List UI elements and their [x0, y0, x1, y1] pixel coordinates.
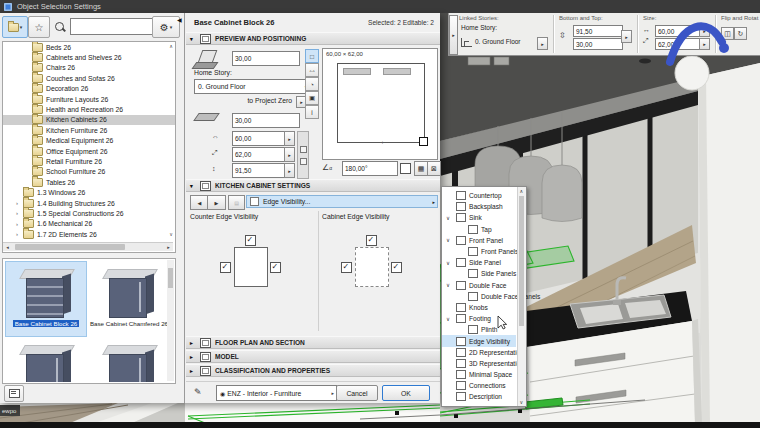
mirror-x-button[interactable]: ▦: [414, 161, 428, 176]
tree-item[interactable]: 1.7 2D Elements 26: [3, 229, 175, 239]
bottom-top-flyout-button[interactable]: ▸: [621, 30, 632, 43]
size-depth-flyout-button[interactable]: ▸: [699, 38, 710, 50]
layer-select[interactable]: ◉ ENZ - Interior - Furniture ▸: [216, 385, 337, 401]
counter-top-edge-checkbox[interactable]: [245, 235, 256, 246]
cabinet-left-edge-checkbox[interactable]: [341, 262, 352, 273]
counter-left-edge-checkbox[interactable]: [220, 262, 231, 273]
rotate-button[interactable]: ↻: [734, 27, 747, 40]
mirror-checkbox[interactable]: [400, 163, 411, 174]
tree-item[interactable]: Cabinets and Shelves 26: [3, 52, 175, 62]
object-thumbnail[interactable]: Base Cabinet Block 26: [6, 262, 86, 336]
tree-item[interactable]: Chairs 26: [3, 63, 175, 73]
library-location-button[interactable]: [4, 385, 24, 402]
menu-item[interactable]: Countertop: [442, 190, 516, 201]
elevation-preview-icon[interactable]: ⌓: [305, 63, 319, 77]
page-list-button[interactable]: ▤: [228, 195, 245, 210]
scroll-down-icon[interactable]: ∨: [169, 231, 173, 237]
cancel-button[interactable]: Cancel: [336, 385, 378, 401]
search-button[interactable]: [50, 16, 68, 36]
hotspot-handle[interactable]: [419, 137, 428, 146]
height-input[interactable]: 91,50: [232, 163, 286, 178]
home-story-flyout-button[interactable]: ▸: [537, 37, 548, 50]
menu-item[interactable]: Backsplash: [442, 201, 516, 212]
tree-item[interactable]: Retail Furniture 26: [3, 156, 175, 166]
next-page-button[interactable]: ▶: [207, 195, 226, 210]
rotation-input[interactable]: 180,00°: [342, 161, 398, 176]
top-elevation-input[interactable]: 30,00: [232, 51, 300, 66]
tree-item[interactable]: Health and Recreation 26: [3, 104, 175, 114]
object-thumbnail[interactable]: [6, 338, 86, 382]
section-kitchen-cabinet-settings[interactable]: ▾ KITCHEN CABINET SETTINGS: [186, 179, 440, 192]
counter-right-edge-checkbox[interactable]: [270, 262, 281, 273]
tree-item[interactable]: Beds 26: [3, 42, 175, 52]
menu-item[interactable]: Minimal Space: [442, 369, 516, 380]
info-preview-icon[interactable]: i: [305, 105, 319, 119]
menu-item[interactable]: Tap: [442, 224, 528, 235]
bottom-elevation-field[interactable]: 30,00: [573, 38, 623, 50]
width-flyout-button[interactable]: ▸: [284, 131, 295, 146]
menu-item[interactable]: Side Panel: [442, 257, 516, 268]
height-flyout-button[interactable]: ▸: [284, 163, 295, 178]
menu-item[interactable]: Double Face: [442, 280, 516, 291]
tree-item[interactable]: Kitchen Cabinets 26: [3, 115, 175, 125]
3d-preview-icon[interactable]: ◔: [305, 77, 319, 91]
menu-item[interactable]: Description: [442, 391, 516, 402]
scrollbar-thumb[interactable]: [519, 196, 524, 326]
model-preview-icon[interactable]: ▣: [305, 91, 319, 105]
menu-item[interactable]: Side Panels: [442, 268, 528, 279]
thumbnail-scrollbar[interactable]: [167, 260, 174, 381]
scroll-right-icon[interactable]: ▸: [164, 243, 173, 251]
depth-input[interactable]: 62,00: [232, 147, 286, 162]
search-input[interactable]: [70, 18, 154, 35]
scroll-down-icon[interactable]: ∨: [520, 399, 524, 405]
tree-item[interactable]: Furniture Layouts 26: [3, 94, 175, 104]
anchor-reference-link[interactable]: to Project Zero: [194, 97, 292, 104]
expander-icon[interactable]: [446, 215, 453, 221]
folder-view-button[interactable]: ▾: [2, 16, 28, 38]
mirror-y-button[interactable]: ⊠: [427, 161, 441, 176]
scroll-up-icon[interactable]: ∧: [169, 43, 173, 49]
expander-icon[interactable]: [16, 200, 23, 206]
ok-button[interactable]: OK: [382, 385, 430, 401]
menu-item[interactable]: Double Face Panels: [442, 291, 528, 302]
scroll-left-icon[interactable]: ◂: [3, 243, 12, 251]
size-width-field[interactable]: 60,00: [655, 25, 701, 37]
expander-icon[interactable]: [16, 210, 23, 216]
preview-window[interactable]: 60,00 × 62,00 +: [322, 48, 438, 160]
menu-item[interactable]: 3D Representation: [442, 358, 516, 369]
size-width-flyout-button[interactable]: ▸: [699, 25, 710, 37]
size-depth-field[interactable]: 62,00: [655, 38, 701, 50]
info-box-expand-button[interactable]: ▸: [449, 15, 458, 55]
tree-item[interactable]: Office Equipment 26: [3, 146, 175, 156]
menu-item[interactable]: Knobs: [442, 302, 516, 313]
tree-item[interactable]: Decoration 26: [3, 84, 175, 94]
object-thumbnail[interactable]: [89, 338, 169, 382]
expander-icon[interactable]: [446, 282, 453, 288]
bottom-elevation-input[interactable]: 30,00: [232, 113, 300, 128]
collapse-panel-button[interactable]: ◀: [177, 16, 182, 23]
top-elevation-field[interactable]: 91,50: [573, 25, 623, 37]
proportion-link-control[interactable]: [297, 131, 309, 179]
menu-item[interactable]: Connections: [442, 380, 516, 391]
menu-scrollbar[interactable]: ∧ ∨: [517, 187, 526, 406]
horizontal-scrollbar[interactable]: ◂ ▸: [3, 242, 173, 251]
tree-item[interactable]: Couches and Sofas 26: [3, 73, 175, 83]
tree-item[interactable]: Medical Equipment 26: [3, 136, 175, 146]
menu-item[interactable]: Front Panels: [442, 246, 528, 257]
collapsed-section-bar[interactable]: ▸ MODEL: [186, 350, 440, 363]
section-preview-positioning[interactable]: ▾ PREVIEW AND POSITIONING: [186, 32, 440, 45]
expander-icon[interactable]: [16, 231, 23, 237]
cabinet-right-edge-checkbox[interactable]: [391, 262, 402, 273]
menu-item[interactable]: Edge Visibility: [442, 335, 516, 346]
plan-preview-icon[interactable]: □: [305, 49, 319, 63]
collapsed-section-bar[interactable]: ▸ CLASSIFICATION AND PROPERTIES: [186, 364, 440, 377]
favorites-button[interactable]: ☆: [28, 16, 50, 38]
menu-item[interactable]: Footing: [442, 313, 516, 324]
object-thumbnail[interactable]: Base Cabinet Chamfered 26: [89, 262, 169, 336]
expander-icon[interactable]: [446, 316, 453, 322]
expander-icon[interactable]: [446, 237, 453, 243]
settings-button[interactable]: ⚙▾: [152, 16, 180, 38]
expander-icon[interactable]: [16, 221, 23, 227]
menu-item[interactable]: Front Panel: [442, 235, 516, 246]
expander-icon[interactable]: [446, 260, 453, 266]
